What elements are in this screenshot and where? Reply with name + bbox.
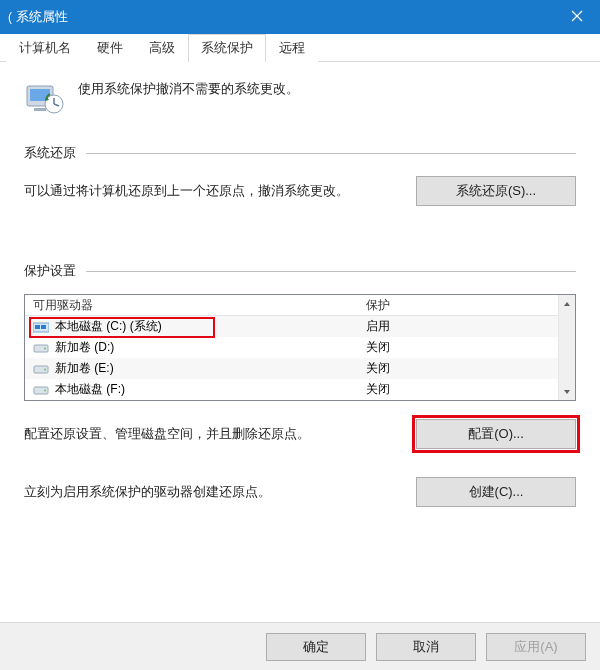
svg-rect-4: [34, 108, 46, 111]
ok-button[interactable]: 确定: [266, 633, 366, 661]
titlebar: ( 系统属性: [0, 0, 600, 34]
intro-text: 使用系统保护撤消不需要的系统更改。: [78, 78, 299, 98]
system-protection-icon: [24, 78, 64, 118]
button-label: 应用(A): [514, 638, 557, 656]
tab-system-protection[interactable]: 系统保护: [188, 34, 266, 62]
titlebar-prefix: (: [8, 10, 12, 24]
content: 使用系统保护撤消不需要的系统更改。 系统还原 可以通过将计算机还原到上一个还原点…: [0, 62, 600, 525]
hdd-icon: [33, 342, 49, 354]
drive-status: 关闭: [358, 360, 558, 377]
drive-status: 关闭: [358, 381, 558, 398]
button-label: 系统还原(S)...: [456, 182, 536, 200]
drive-name: 新加卷 (D:): [55, 339, 114, 356]
scrollbar[interactable]: [558, 295, 575, 400]
drive-row[interactable]: 本地磁盘 (C:) (系统) 启用: [25, 316, 558, 337]
configure-desc: 配置还原设置、管理磁盘空间，并且删除还原点。: [24, 423, 396, 445]
drive-row[interactable]: 新加卷 (E:) 关闭: [25, 358, 558, 379]
hdd-icon: [33, 384, 49, 396]
system-restore-button[interactable]: 系统还原(S)...: [416, 176, 576, 206]
window-title: 系统属性: [16, 8, 68, 26]
scroll-down-icon[interactable]: [559, 383, 576, 400]
create-button[interactable]: 创建(C)...: [416, 477, 576, 507]
col-drive: 可用驱动器: [25, 297, 358, 314]
section-settings-header: 保护设置: [24, 262, 576, 280]
tab-label: 高级: [149, 40, 175, 55]
drives-list: 可用驱动器 保护 本地磁盘 (C:) (系统) 启用: [24, 294, 576, 401]
drive-row[interactable]: 新加卷 (D:) 关闭: [25, 337, 558, 358]
button-label: 确定: [303, 638, 329, 656]
drive-status: 启用: [358, 318, 558, 335]
configure-button[interactable]: 配置(O)...: [416, 419, 576, 449]
restore-desc: 可以通过将计算机还原到上一个还原点，撤消系统更改。: [24, 180, 396, 202]
close-icon: [571, 10, 583, 25]
svg-rect-10: [35, 325, 40, 329]
tabs: 计算机名 硬件 高级 系统保护 远程: [0, 34, 600, 62]
section-restore-title: 系统还原: [24, 144, 76, 162]
hdd-icon: [33, 363, 49, 375]
tab-computer-name[interactable]: 计算机名: [6, 34, 84, 62]
tab-label: 计算机名: [19, 40, 71, 55]
intro-row: 使用系统保护撤消不需要的系统更改。: [24, 78, 576, 118]
create-row: 立刻为启用系统保护的驱动器创建还原点。 创建(C)...: [24, 477, 576, 507]
tab-hardware[interactable]: 硬件: [84, 34, 136, 62]
drive-row[interactable]: 本地磁盘 (F:) 关闭: [25, 379, 558, 400]
apply-button[interactable]: 应用(A): [486, 633, 586, 661]
drive-name: 本地磁盘 (C:) (系统): [55, 318, 162, 335]
button-label: 创建(C)...: [469, 483, 524, 501]
drive-name: 本地磁盘 (F:): [55, 381, 125, 398]
tab-label: 系统保护: [201, 40, 253, 55]
section-settings-title: 保护设置: [24, 262, 76, 280]
tab-label: 硬件: [97, 40, 123, 55]
tab-remote[interactable]: 远程: [266, 34, 318, 62]
divider: [86, 271, 576, 272]
drive-status: 关闭: [358, 339, 558, 356]
tab-label: 远程: [279, 40, 305, 55]
divider: [86, 153, 576, 154]
tab-advanced[interactable]: 高级: [136, 34, 188, 62]
col-protection: 保护: [358, 297, 558, 314]
svg-marker-18: [564, 302, 570, 306]
close-button[interactable]: [554, 0, 600, 34]
svg-point-17: [44, 389, 46, 391]
cancel-button[interactable]: 取消: [376, 633, 476, 661]
drive-name: 新加卷 (E:): [55, 360, 114, 377]
restore-row: 可以通过将计算机还原到上一个还原点，撤消系统更改。 系统还原(S)...: [24, 176, 576, 206]
dialog-footer: 确定 取消 应用(A): [0, 622, 600, 670]
scroll-up-icon[interactable]: [559, 295, 576, 312]
configure-row: 配置还原设置、管理磁盘空间，并且删除还原点。 配置(O)...: [24, 419, 576, 449]
create-desc: 立刻为启用系统保护的驱动器创建还原点。: [24, 481, 396, 503]
button-label: 配置(O)...: [468, 425, 524, 443]
button-label: 取消: [413, 638, 439, 656]
svg-point-15: [44, 368, 46, 370]
windows-drive-icon: [33, 321, 49, 333]
svg-marker-19: [564, 390, 570, 394]
svg-point-13: [44, 347, 46, 349]
svg-rect-11: [41, 325, 46, 329]
drives-header: 可用驱动器 保护: [25, 295, 558, 316]
section-restore-header: 系统还原: [24, 144, 576, 162]
